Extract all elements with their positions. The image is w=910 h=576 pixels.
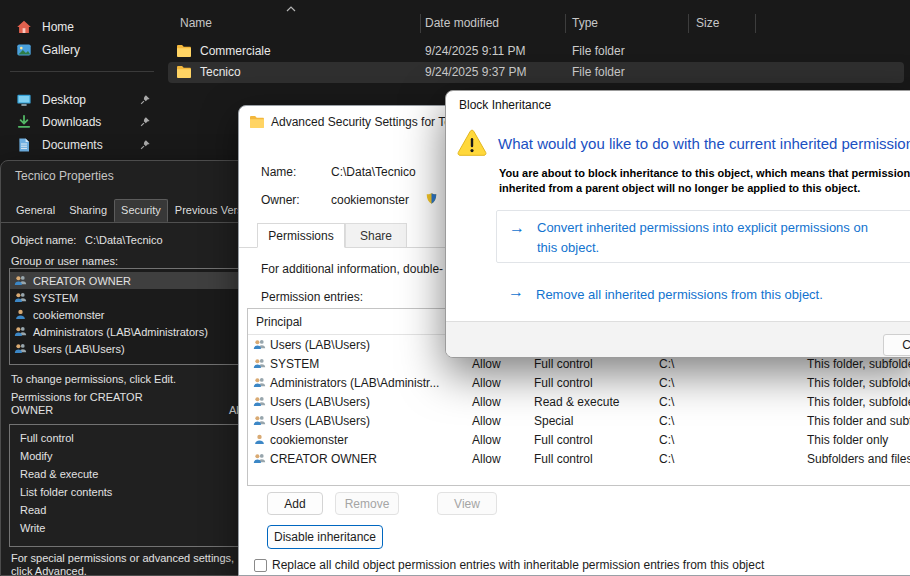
file-type: File folder xyxy=(572,44,625,58)
permissions-listbox: Full control Modify Read & execute List … xyxy=(9,424,251,547)
owner-label: Owner: xyxy=(261,193,300,207)
entry-applies-to: This folder, subfolde... xyxy=(807,395,910,409)
sidebar-item-label: Documents xyxy=(42,138,103,152)
group-list-item[interactable]: Users (LAB\Users) xyxy=(10,340,250,357)
permission-item[interactable]: Write xyxy=(10,519,250,537)
group-name: Administrators (LAB\Administrators) xyxy=(33,326,208,338)
permission-item[interactable]: List folder contents xyxy=(10,483,250,501)
disable-inheritance-button[interactable]: Disable inheritance xyxy=(267,525,383,549)
entry-applies-to: This folder, subfolde... xyxy=(807,357,910,371)
sidebar-item-gallery[interactable]: Gallery xyxy=(6,38,160,62)
sidebar-divider xyxy=(10,71,154,72)
tab-sharing[interactable]: Sharing xyxy=(62,199,114,222)
group-icon xyxy=(253,357,266,370)
group-icon xyxy=(253,338,266,351)
column-header-size[interactable]: Size xyxy=(696,16,719,30)
cancel-button[interactable]: Cancel xyxy=(883,334,910,356)
group-icon xyxy=(253,414,266,427)
column-header-type[interactable]: Type xyxy=(572,16,598,30)
entry-inherited-from: C:\ xyxy=(659,452,674,466)
permission-entry-row[interactable]: cookiemonster Allow Full control C:\ Thi… xyxy=(248,430,910,449)
file-name: Commerciale xyxy=(200,44,271,58)
entry-applies-to: This folder, subfolde... xyxy=(807,376,910,390)
folder-icon xyxy=(176,43,192,59)
group-list-item[interactable]: Administrators (LAB\Administrators) xyxy=(10,323,250,340)
group-list-item[interactable]: cookiemonster xyxy=(10,306,250,323)
sidebar-item-desktop[interactable]: Desktop xyxy=(6,88,160,112)
column-resize-handle[interactable] xyxy=(565,14,566,33)
replace-permissions-checkbox[interactable] xyxy=(254,559,267,572)
permission-item[interactable]: Read xyxy=(10,501,250,519)
convert-permissions-text: Convert inherited permissions into expli… xyxy=(537,218,868,258)
sidebar-item-documents[interactable]: Documents xyxy=(6,133,160,157)
tab-permissions[interactable]: Permissions xyxy=(257,223,345,248)
file-row-commerciale[interactable]: Commerciale 9/24/2025 9:11 PM File folde… xyxy=(168,41,904,62)
entry-type: Allow xyxy=(472,376,501,390)
file-name: Tecnico xyxy=(200,65,241,79)
column-resize-handle[interactable] xyxy=(420,14,421,33)
user-icon xyxy=(14,308,27,321)
object-name-label: Object name: xyxy=(11,234,76,246)
convert-permissions-line1: Convert inherited permissions into expli… xyxy=(537,218,868,238)
user-icon xyxy=(253,433,266,446)
entry-access: Full control xyxy=(534,433,593,447)
entry-applies-to: Subfolders and files ... xyxy=(807,452,910,466)
remove-permissions-text: Remove all inherited permissions from th… xyxy=(536,285,823,305)
pin-icon xyxy=(139,116,151,128)
dialog-title: Block Inheritance xyxy=(459,98,551,112)
sidebar-item-label: Home xyxy=(42,20,74,34)
remove-permissions-command-link[interactable]: → Remove all inherited permissions from … xyxy=(496,279,910,307)
file-date-modified: 9/24/2025 9:11 PM xyxy=(425,44,526,58)
group-list-item[interactable]: CREATOR OWNER xyxy=(10,272,250,289)
permission-entry-row[interactable]: Users (LAB\Users) Allow Read & execute C… xyxy=(248,392,910,411)
group-icon xyxy=(14,325,27,338)
group-name: cookiemonster xyxy=(33,309,105,321)
additional-info-text: For additional information, double- xyxy=(261,262,443,276)
add-button[interactable]: Add xyxy=(267,492,323,515)
group-list-item[interactable]: SYSTEM xyxy=(10,289,250,306)
desktop-icon xyxy=(16,92,32,108)
gallery-icon xyxy=(16,42,32,58)
view-button[interactable]: View xyxy=(437,492,497,515)
pin-icon xyxy=(139,94,151,106)
tab-general[interactable]: General xyxy=(9,199,62,222)
sidebar-item-label: Desktop xyxy=(42,93,86,107)
group-icon xyxy=(14,342,27,355)
entry-type: Allow xyxy=(472,414,501,428)
permission-item[interactable]: Full control xyxy=(10,429,250,447)
group-name: SYSTEM xyxy=(33,292,78,304)
dialog-folder-icon xyxy=(249,114,265,130)
entry-access: Full control xyxy=(534,357,593,371)
convert-permissions-command-link[interactable]: → Convert inherited permissions into exp… xyxy=(496,210,910,263)
dialog-footer: Cancel xyxy=(446,321,910,358)
entry-principal: cookiemonster xyxy=(270,433,348,447)
sidebar-item-label: Downloads xyxy=(42,115,101,129)
column-header-date-modified[interactable]: Date modified xyxy=(425,16,499,30)
column-header-name[interactable]: Name xyxy=(180,16,212,30)
sidebar-item-downloads[interactable]: Downloads xyxy=(6,110,160,134)
principal-column-header[interactable]: Principal xyxy=(256,315,302,329)
permission-entry-row[interactable]: Users (LAB\Users) Allow Special C:\ This… xyxy=(248,411,910,430)
tab-security[interactable]: Security xyxy=(114,199,168,222)
sort-ascending-icon xyxy=(286,6,296,12)
group-name: CREATOR OWNER xyxy=(33,275,131,287)
folder-icon xyxy=(176,64,192,80)
remove-button[interactable]: Remove xyxy=(335,492,399,515)
change-permissions-hint: To change permissions, click Edit. xyxy=(11,373,176,385)
convert-permissions-line2: this object. xyxy=(537,238,868,258)
sidebar-item-home[interactable]: Home xyxy=(6,15,160,39)
permission-entry-row[interactable]: CREATOR OWNER Allow Full control C:\ Sub… xyxy=(248,449,910,468)
group-user-listbox: CREATOR OWNER SYSTEM cookiemonster Admin… xyxy=(9,268,251,365)
column-resize-handle[interactable] xyxy=(755,14,756,33)
command-link-arrow-icon: → xyxy=(508,283,524,301)
name-label: Name: xyxy=(261,165,296,179)
desktop-screen: Home Gallery Desktop Downloads Documents xyxy=(0,0,910,576)
permission-entry-row[interactable]: Administrators (LAB\Administr... Allow F… xyxy=(248,373,910,392)
file-row-tecnico[interactable]: Tecnico 9/24/2025 9:37 PM File folder xyxy=(168,62,904,83)
owner-value: cookiemonster xyxy=(331,193,409,207)
body-text-line1: You are about to block inheritance to th… xyxy=(499,167,910,179)
tab-share[interactable]: Share xyxy=(345,223,407,248)
permission-item[interactable]: Modify xyxy=(10,447,250,465)
permission-item[interactable]: Read & execute xyxy=(10,465,250,483)
column-resize-handle[interactable] xyxy=(688,14,689,33)
